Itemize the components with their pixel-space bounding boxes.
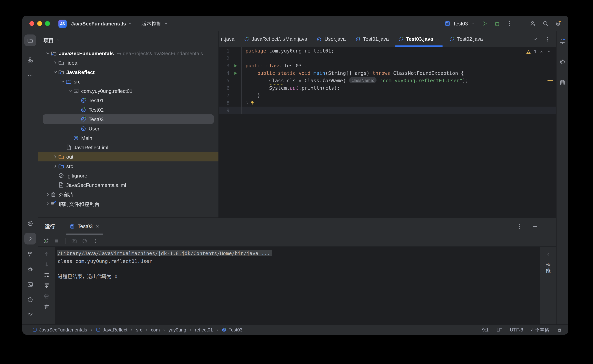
tree-item-javareflect-iml[interactable]: JavaReflect.iml bbox=[38, 143, 219, 152]
activity-project-button[interactable] bbox=[24, 34, 36, 46]
tree-item-test02[interactable]: CTest02 bbox=[38, 105, 219, 114]
chevron-down-icon[interactable] bbox=[60, 79, 66, 84]
chevron-right-icon[interactable] bbox=[45, 201, 51, 207]
tree-item-javasecfundamentals[interactable]: JavaSecFundamentals~/IdeaProjects/JavaSe… bbox=[38, 49, 219, 58]
tree-item-src[interactable]: src bbox=[38, 162, 219, 171]
toolbar-more-icon[interactable] bbox=[92, 238, 99, 244]
project-widget[interactable]: JavaSecFundamentals bbox=[71, 20, 133, 26]
vcs-widget[interactable]: 版本控制 bbox=[141, 20, 168, 27]
caret-position[interactable]: 9:1 bbox=[482, 327, 489, 332]
breadcrumb-src[interactable]: src bbox=[136, 327, 142, 332]
rightbar-notifications-button[interactable] bbox=[557, 35, 568, 47]
code-editor[interactable]: 1package com.yuy0ung.reflect01;23public … bbox=[219, 47, 556, 217]
tree-item-user[interactable]: CUser bbox=[38, 124, 219, 133]
file-encoding[interactable]: UTF-8 bbox=[510, 327, 523, 332]
scroll-to-end-icon[interactable] bbox=[44, 282, 50, 289]
activity-version-control-button[interactable] bbox=[24, 309, 36, 321]
console-line-4: 进程已结束，退出代码为 0 bbox=[58, 273, 556, 280]
activity-problems-button[interactable] bbox=[24, 294, 36, 306]
tree-item-com-yuy0ung-reflect01[interactable]: com.yuy0ung.reflect01 bbox=[38, 86, 219, 96]
performance-tab[interactable]: 性能 bbox=[545, 263, 551, 274]
chevron-right-icon[interactable] bbox=[53, 154, 58, 159]
breadcrumb-test03[interactable]: CTest03 bbox=[222, 327, 243, 332]
chevron-down-icon[interactable] bbox=[67, 88, 73, 94]
hide-panel-icon[interactable] bbox=[532, 223, 538, 229]
line-separator[interactable]: LF bbox=[497, 327, 502, 332]
code-with-me-icon[interactable] bbox=[530, 20, 536, 27]
activity-build-button[interactable] bbox=[24, 248, 36, 260]
settings-gear-icon[interactable] bbox=[555, 20, 561, 27]
rightbar-database-button[interactable] bbox=[557, 77, 568, 89]
project-panel-header[interactable]: 项目 bbox=[38, 34, 219, 46]
db-icon bbox=[559, 79, 566, 86]
soft-wrap-icon[interactable] bbox=[44, 272, 50, 278]
breadcrumb-javasecfundamentals[interactable]: JavaSecFundamentals bbox=[32, 327, 87, 332]
chevron-down-icon[interactable] bbox=[45, 51, 51, 56]
chevron-spacer bbox=[75, 98, 80, 103]
activity-run-button[interactable] bbox=[24, 233, 36, 245]
rerun-icon[interactable] bbox=[43, 238, 49, 244]
unlock-icon[interactable] bbox=[557, 327, 562, 332]
chevron-down-icon[interactable] bbox=[53, 69, 58, 75]
tree-item-gitignore[interactable]: .gitignore bbox=[38, 171, 219, 180]
next-problem-icon[interactable] bbox=[547, 49, 551, 54]
editor-tab-test01-java[interactable]: CTest01.java bbox=[350, 31, 393, 47]
activity-structure-button[interactable] bbox=[24, 54, 36, 66]
breadcrumb-yuy0ung[interactable]: yuy0ung bbox=[168, 327, 186, 332]
chevron-right-icon[interactable] bbox=[53, 163, 58, 169]
run-panel-options-icon[interactable] bbox=[516, 223, 522, 229]
editor-tab-n-java[interactable]: n.java bbox=[219, 31, 239, 47]
code-line-5: 5 Class cls = Class.forName( className: … bbox=[219, 77, 556, 84]
inlay-hint[interactable]: className: bbox=[349, 77, 377, 83]
tree-item-test01[interactable]: CTest01 bbox=[38, 96, 219, 105]
tree-item-src[interactable]: src bbox=[38, 77, 219, 86]
minimize-window-button[interactable] bbox=[37, 21, 42, 26]
run-button[interactable] bbox=[481, 20, 487, 27]
run-config-selector[interactable]: Test03 bbox=[444, 20, 475, 27]
chevron-right-icon[interactable] bbox=[53, 60, 58, 65]
tab-options-icon[interactable] bbox=[544, 36, 551, 42]
editor-tab-test02-java[interactable]: CTest02.java bbox=[445, 31, 488, 47]
activity-terminal-button[interactable] bbox=[24, 279, 36, 290]
activity-services-button[interactable] bbox=[24, 217, 36, 229]
editor-tab-javareflect-main-java[interactable]: CJavaReflect/.../Main.java bbox=[239, 31, 312, 47]
zoom-window-button[interactable] bbox=[45, 21, 50, 26]
chevron-right-icon[interactable] bbox=[45, 192, 51, 197]
clear-all-icon[interactable] bbox=[44, 304, 50, 310]
tree-item-外部库[interactable]: 外部库 bbox=[38, 190, 219, 199]
breadcrumb-reflect01[interactable]: reflect01 bbox=[195, 327, 213, 332]
hidden-tabs-icon[interactable] bbox=[532, 36, 539, 42]
run-console[interactable]: /Library/Java/JavaVirtualMachines/jdk-1.… bbox=[38, 247, 556, 325]
tree-item-javasecfundamentals-iml[interactable]: JavaSecFundamentals.iml bbox=[38, 180, 219, 190]
tree-item-test03[interactable]: CTest03 bbox=[38, 114, 219, 124]
run-tab[interactable]: Test03 bbox=[66, 218, 103, 235]
tree-item-临时文件和控制台[interactable]: 临时文件和控制台 bbox=[38, 199, 219, 208]
expand-panel-icon[interactable] bbox=[545, 252, 550, 257]
chevron-spacer bbox=[67, 135, 73, 141]
tree-item-idea[interactable]: .idea bbox=[38, 58, 219, 67]
intention-bulb-icon[interactable] bbox=[250, 100, 255, 105]
prev-problem-icon[interactable] bbox=[539, 49, 544, 54]
breadcrumb-com[interactable]: com bbox=[151, 327, 160, 332]
editor-tab-user-java[interactable]: CUser.java bbox=[312, 31, 350, 47]
indent-style[interactable]: 4 个空格 bbox=[531, 326, 549, 333]
run-panel: 运行 Test03 bbox=[38, 217, 556, 325]
activity-more-button[interactable] bbox=[24, 69, 36, 81]
editor-tab-test03-java[interactable]: CTest03.java bbox=[393, 31, 445, 47]
debug-button[interactable] bbox=[494, 20, 500, 27]
tree-item-main[interactable]: CMain bbox=[38, 133, 219, 143]
chevron-down-icon bbox=[470, 21, 475, 26]
tree-item-out[interactable]: out bbox=[38, 152, 219, 162]
more-actions-icon[interactable] bbox=[506, 20, 513, 27]
search-icon[interactable] bbox=[542, 20, 549, 27]
chevron-spacer bbox=[75, 107, 80, 112]
tree-item-javareflect[interactable]: JavaReflect bbox=[38, 67, 219, 77]
close-icon[interactable] bbox=[95, 224, 100, 228]
rightbar-ai-assistant-button[interactable] bbox=[557, 56, 568, 68]
close-icon[interactable] bbox=[436, 37, 440, 41]
breadcrumb-javareflect[interactable]: JavaReflect bbox=[96, 327, 127, 332]
run-line-icon[interactable] bbox=[233, 71, 238, 75]
run-line-icon[interactable] bbox=[233, 63, 238, 68]
close-window-button[interactable] bbox=[29, 21, 34, 26]
activity-debug-button[interactable] bbox=[24, 263, 36, 275]
